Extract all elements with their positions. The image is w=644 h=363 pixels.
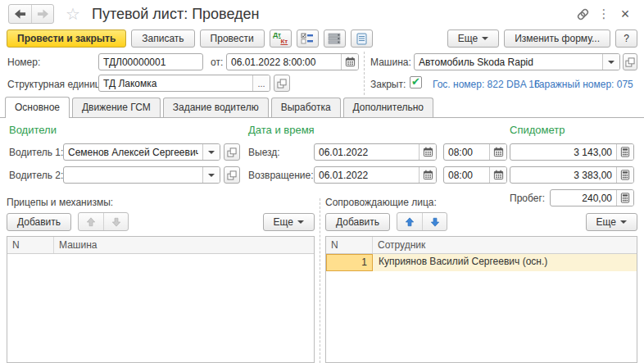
- datetime-header: Дата и время: [248, 124, 509, 136]
- escorts-more-button[interactable]: Еще: [586, 213, 637, 231]
- nav-history-group: [8, 4, 54, 24]
- odometer-return-input[interactable]: [510, 167, 616, 183]
- checkbox-list-icon: [301, 33, 314, 44]
- escorts-title: Сопровождающие лица:: [325, 197, 637, 208]
- structural-unit-choose-button[interactable]: ...: [252, 75, 270, 91]
- post-button[interactable]: Провести: [200, 29, 265, 48]
- escorts-move-down-button[interactable]: [422, 213, 447, 230]
- window-menu-button[interactable]: ⋮: [593, 4, 615, 24]
- row-employee-cell[interactable]: Куприянов Василий Сергеевич (осн.): [373, 254, 637, 271]
- structural-unit-input[interactable]: [99, 75, 252, 91]
- favorite-star-icon[interactable]: ☆: [66, 6, 80, 22]
- driver2-field-wrap: [63, 166, 220, 184]
- tab-bar: Основное Движение ГСМ Задание водителю В…: [0, 97, 644, 118]
- dtkt-postings-button[interactable]: ДтКт: [270, 29, 292, 48]
- return-date-input[interactable]: [315, 167, 419, 183]
- column-header-employee[interactable]: Сотрудник: [373, 237, 637, 253]
- trailers-more-button[interactable]: Еще: [263, 213, 315, 231]
- forward-button[interactable]: [31, 5, 53, 23]
- chevron-down-icon: [208, 151, 215, 154]
- document-date-calendar-button[interactable]: [341, 54, 358, 70]
- tab-content-main: Водители Водитель 1: Водитель 2:: [0, 118, 644, 363]
- tab-output[interactable]: Выработка: [271, 98, 341, 117]
- odometer-return-wrap: [510, 166, 634, 184]
- row-number-cell[interactable]: 1: [326, 254, 373, 271]
- column-header-n[interactable]: N: [7, 237, 54, 253]
- tab-fuel-movement[interactable]: Движение ГСМ: [72, 98, 161, 117]
- departure-time-input[interactable]: [444, 144, 489, 160]
- back-button[interactable]: [9, 5, 31, 23]
- driver1-open-button[interactable]: [224, 143, 240, 161]
- machine-input[interactable]: [415, 54, 602, 70]
- driver1-dropdown-button[interactable]: [202, 144, 220, 160]
- garage-number-link[interactable]: Гаражный номер: 075: [534, 76, 633, 93]
- trailers-move-up-button[interactable]: [79, 213, 103, 230]
- trailers-table[interactable]: N Машина: [7, 236, 315, 363]
- tab-main[interactable]: Основное: [5, 97, 70, 118]
- departure-date-calendar-button[interactable]: [419, 144, 436, 160]
- trailers-add-button[interactable]: Добавить: [7, 213, 71, 231]
- driver1-input[interactable]: [64, 144, 202, 160]
- escorts-move-up-button[interactable]: [397, 213, 422, 230]
- column-header-n[interactable]: N: [326, 237, 373, 253]
- escorts-table[interactable]: N Сотрудник 1 Куприянов Василий Сергееви…: [325, 236, 637, 363]
- write-button[interactable]: Записать: [131, 29, 194, 48]
- machine-open-button[interactable]: [623, 53, 637, 70]
- tab-driver-task[interactable]: Задание водителю: [163, 98, 269, 117]
- machine-dropdown-button[interactable]: [602, 54, 619, 70]
- header-splitter[interactable]: [364, 52, 365, 95]
- trailers-more-label: Еще: [274, 216, 293, 228]
- departure-time-wrap: [443, 143, 507, 161]
- help-button[interactable]: ?: [615, 29, 637, 48]
- escorts-pane: Сопровождающие лица: Добавить: [325, 197, 637, 363]
- calculator-icon: [620, 147, 630, 157]
- escorts-table-body[interactable]: 1 Куприянов Василий Сергеевич (осн.): [326, 254, 637, 362]
- document-date-input[interactable]: [227, 54, 341, 70]
- driver1-field-wrap: [63, 143, 220, 161]
- calculator-button[interactable]: [616, 167, 633, 183]
- command-bar: Провести и закрыть Записать Провести ДтК…: [0, 28, 644, 49]
- arrow-up-icon: [86, 217, 96, 227]
- dtkt-icon: ДтКт: [273, 32, 288, 45]
- driver1-row: Водитель 1:: [9, 143, 240, 161]
- post-and-close-button[interactable]: Провести и закрыть: [7, 29, 126, 48]
- return-date-calendar-button[interactable]: [419, 167, 436, 183]
- departure-date-input[interactable]: [315, 144, 419, 160]
- table-row[interactable]: 1 Куприянов Василий Сергеевич (осн.): [326, 254, 637, 271]
- check-list-button[interactable]: [297, 29, 319, 48]
- get-link-button[interactable]: [572, 4, 593, 24]
- number-field-wrap: [98, 53, 203, 70]
- structural-unit-open-button[interactable]: [274, 75, 290, 92]
- trailers-table-body[interactable]: [7, 254, 314, 362]
- change-form-button[interactable]: Изменить форму...: [504, 29, 610, 48]
- calendar-icon: [423, 147, 433, 157]
- return-time-input[interactable]: [444, 167, 489, 183]
- number-input[interactable]: [99, 54, 202, 70]
- document-header: Номер: от: Машина:: [0, 49, 644, 97]
- chevron-down-icon: [608, 61, 615, 64]
- print-report-button[interactable]: [351, 29, 373, 48]
- calendar-icon: [345, 57, 356, 67]
- trailers-move-group: [78, 212, 129, 231]
- close-button[interactable]: ×: [615, 4, 636, 24]
- driver2-label: Водитель 2:: [9, 170, 63, 181]
- escorts-add-button[interactable]: Добавить: [325, 213, 390, 231]
- tables-splitter[interactable]: [320, 198, 320, 363]
- driver2-open-button[interactable]: [224, 166, 240, 184]
- driver2-dropdown-button[interactable]: [202, 167, 220, 183]
- closed-checkbox[interactable]: ✔: [410, 76, 422, 88]
- odometer-departure-input[interactable]: [510, 144, 616, 160]
- related-documents-button[interactable]: [324, 29, 346, 48]
- return-date-wrap: [314, 166, 437, 184]
- chevron-down-icon: [297, 220, 304, 224]
- tab-additional[interactable]: Дополнительно: [343, 98, 433, 117]
- return-time-calendar-button[interactable]: [489, 167, 506, 183]
- driver2-input[interactable]: [64, 167, 202, 183]
- more-actions-button[interactable]: Еще: [447, 29, 499, 48]
- trailers-move-down-button[interactable]: [103, 213, 128, 230]
- departure-time-calendar-button[interactable]: [489, 144, 506, 160]
- calculator-button[interactable]: [616, 144, 633, 160]
- column-header-machine[interactable]: Машина: [54, 237, 314, 253]
- gos-number-link[interactable]: Гос. номер: 822 DBA 16: [433, 76, 540, 93]
- structural-unit-field-wrap: ...: [98, 75, 270, 92]
